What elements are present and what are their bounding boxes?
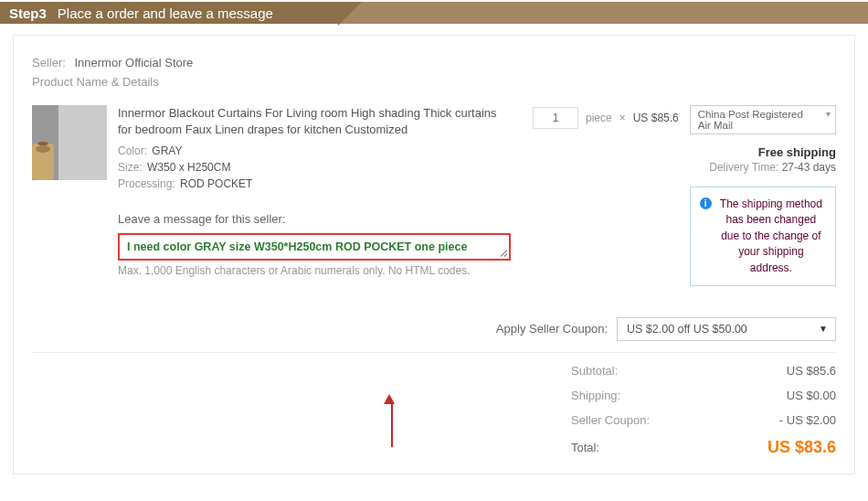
step-title: Place a order and leave a message xyxy=(58,5,273,21)
product-title: Innermor Blackout Curtains For Living ro… xyxy=(118,105,511,137)
message-label: Leave a message for this seller: xyxy=(118,212,511,226)
product-details-label: Product Name & Details xyxy=(32,75,836,89)
total-label: Total: xyxy=(571,441,672,454)
delivery-time: Delivery Time: 27-43 days xyxy=(690,161,836,174)
coupon-select[interactable]: US $2.00 off US $50.00 xyxy=(617,317,836,341)
quantity-input[interactable] xyxy=(533,107,578,129)
seller-line: Seller: Innermor Official Store xyxy=(32,56,836,69)
message-hint: Max. 1,000 English characters or Arabic … xyxy=(118,264,511,277)
shipping-method-select[interactable]: China Post Registered Air Mail xyxy=(690,105,836,134)
shipping-notice: i The shipping method has been changed d… xyxy=(690,187,836,286)
product-size: Size: W350 x H250CM xyxy=(118,159,511,176)
unit-price: US $85.6 xyxy=(633,107,679,124)
product-color: Color: GRAY xyxy=(118,143,511,159)
quantity-unit: piece xyxy=(586,107,612,124)
times-symbol: × xyxy=(619,107,626,124)
seller-name: Innermor Official Store xyxy=(74,56,193,69)
free-shipping-label: Free shipping xyxy=(690,145,836,159)
step-number: Step3 xyxy=(9,5,47,21)
annotation-arrow xyxy=(388,394,395,447)
subtotal-value: US $85.6 xyxy=(672,364,836,378)
subtotal-label: Subtotal: xyxy=(571,364,672,378)
order-panel: Seller: Innermor Official Store Product … xyxy=(13,35,855,474)
step-header: Step3 Place a order and leave a message xyxy=(0,0,868,24)
seller-message-input[interactable]: I need color GRAY size W350*H250cm ROD P… xyxy=(118,233,511,261)
product-processing: Processing: ROD POCKET xyxy=(118,176,511,192)
seller-coupon-label: Seller Coupon: xyxy=(571,413,672,427)
info-icon: i xyxy=(700,197,712,209)
shipping-cost-label: Shipping: xyxy=(571,389,672,402)
shipping-cost-value: US $0.00 xyxy=(672,389,836,402)
seller-coupon-value: - US $2.00 xyxy=(672,413,836,427)
seller-label: Seller: xyxy=(32,56,66,69)
total-value: US $83.6 xyxy=(672,438,836,457)
product-thumbnail xyxy=(32,105,107,180)
coupon-label: Apply Seller Coupon: xyxy=(496,322,608,336)
